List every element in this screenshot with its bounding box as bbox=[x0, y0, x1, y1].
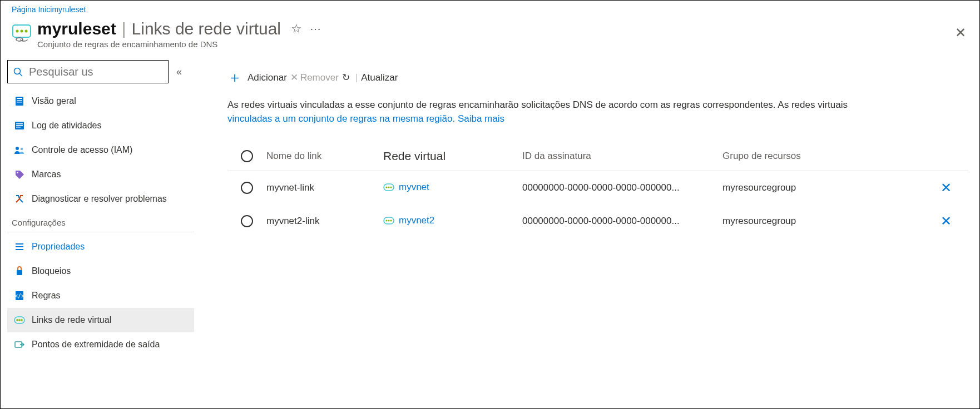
cell-link-name: myvnet-link bbox=[266, 182, 383, 193]
svg-point-2 bbox=[21, 30, 23, 33]
sidebar-item-label: Bloqueios bbox=[32, 266, 71, 276]
search-icon bbox=[13, 66, 23, 78]
row-select-radio[interactable] bbox=[241, 215, 253, 227]
svg-rect-19 bbox=[16, 249, 23, 250]
vnet-link[interactable]: myvnet bbox=[383, 182, 429, 193]
sidebar-item-locks[interactable]: Bloqueios bbox=[7, 259, 194, 283]
cell-subscription-id: 00000000-0000-0000-0000-000000... bbox=[522, 182, 722, 193]
svg-rect-12 bbox=[16, 125, 23, 126]
cell-subscription-id: 00000000-0000-0000-0000-000000... bbox=[522, 216, 722, 227]
svg-point-14 bbox=[16, 147, 19, 150]
svg-rect-7 bbox=[17, 98, 22, 99]
vnet-link-label: myvnet2 bbox=[399, 215, 434, 226]
cell-resource-group: myresourcegroup bbox=[722, 216, 862, 227]
table-header: Nome do link Rede virtual ID da assinatu… bbox=[227, 141, 968, 171]
sidebar-item-label: Log de atividades bbox=[32, 121, 101, 131]
learn-more-link[interactable]: vinculadas a um conjunto de regras na me… bbox=[227, 113, 504, 124]
sidebar-item-diagnose[interactable]: Diagnosticar e resolver problemas bbox=[7, 187, 194, 211]
sidebar-item-iam[interactable]: Controle de acesso (IAM) bbox=[7, 138, 194, 162]
command-bar: ＋ Adicionar ✕ Remover ↻ | Atualizar bbox=[227, 60, 968, 98]
breadcrumb-current[interactable]: myruleset bbox=[52, 5, 86, 14]
sidebar-item-vnet-links[interactable]: Links de rede virtual bbox=[7, 308, 194, 332]
sidebar-item-label: Pontos de extremidade de saída bbox=[32, 340, 160, 350]
vnet-icon bbox=[383, 183, 394, 191]
plus-icon: ＋ bbox=[227, 68, 242, 87]
vnet-links-table: Nome do link Rede virtual ID da assinatu… bbox=[227, 141, 968, 238]
sidebar-item-label: Diagnosticar e resolver problemas bbox=[32, 194, 167, 204]
page-title-section: Links de rede virtual bbox=[132, 19, 281, 38]
sidebar-item-properties[interactable]: Propriedades bbox=[7, 235, 194, 259]
col-header-link-name[interactable]: Nome do link bbox=[266, 151, 383, 162]
svg-line-5 bbox=[19, 73, 22, 76]
sidebar-item-outbound[interactable]: Pontos de extremidade de saída bbox=[7, 332, 194, 357]
vnet-link-label: myvnet bbox=[399, 182, 429, 193]
delete-row-icon[interactable]: ✕ bbox=[941, 213, 952, 229]
ruleset-icon bbox=[12, 23, 32, 43]
favorite-icon[interactable]: ☆ bbox=[291, 22, 302, 36]
svg-point-33 bbox=[385, 220, 387, 222]
sidebar-item-label: Regras bbox=[32, 291, 61, 301]
sidebar-item-label: Links de rede virtual bbox=[32, 315, 111, 325]
svg-point-3 bbox=[25, 30, 28, 33]
sidebar-item-rules[interactable]: </> Regras bbox=[7, 283, 194, 308]
svg-point-34 bbox=[388, 220, 389, 222]
row-select-radio[interactable] bbox=[241, 182, 253, 194]
refresh-button-label: Atualizar bbox=[361, 72, 398, 83]
col-header-rg[interactable]: Grupo de recursos bbox=[722, 151, 862, 162]
main-content: ＋ Adicionar ✕ Remover ↻ | Atualizar As r… bbox=[194, 60, 979, 357]
remove-button[interactable]: ✕ Remover bbox=[290, 72, 339, 83]
svg-rect-11 bbox=[16, 123, 23, 124]
svg-point-15 bbox=[21, 148, 23, 150]
table-row: myvnet2-link myvnet2 00000000-0000-0000-… bbox=[227, 205, 968, 238]
svg-point-31 bbox=[390, 187, 392, 188]
sidebar-search[interactable] bbox=[7, 60, 169, 83]
sidebar-section-settings: Configurações bbox=[7, 211, 194, 232]
cell-resource-group: myresourcegroup bbox=[722, 182, 862, 193]
svg-point-1 bbox=[16, 30, 19, 33]
command-separator: | bbox=[355, 72, 358, 83]
sidebar-item-label: Controle de acesso (IAM) bbox=[32, 145, 132, 155]
delete-row-icon[interactable]: ✕ bbox=[941, 180, 952, 196]
svg-point-26 bbox=[21, 319, 23, 321]
refresh-button[interactable]: ↻ | Atualizar bbox=[342, 72, 398, 83]
activity-log-icon bbox=[12, 121, 27, 130]
close-icon[interactable]: ✕ bbox=[955, 25, 966, 41]
sidebar-item-label: Visão geral bbox=[32, 96, 76, 106]
page-subtitle: Conjunto de regras de encaminhamento de … bbox=[37, 39, 322, 49]
add-button-label: Adicionar bbox=[248, 72, 287, 83]
sidebar-item-label: Marcas bbox=[32, 169, 61, 179]
sidebar-item-activity[interactable]: Log de atividades bbox=[7, 113, 194, 138]
refresh-icon: ↻ bbox=[342, 72, 350, 83]
rules-icon: </> bbox=[12, 291, 27, 301]
table-row: myvnet-link myvnet 00000000-0000-0000-00… bbox=[227, 171, 968, 205]
svg-rect-9 bbox=[17, 102, 22, 103]
col-header-vnet[interactable]: Rede virtual bbox=[383, 149, 522, 163]
breadcrumb-home[interactable]: Página Inici bbox=[12, 5, 52, 14]
description-text: As redes virtuais vinculadas a esse conj… bbox=[227, 98, 968, 126]
more-icon[interactable]: ⋯ bbox=[310, 22, 322, 36]
svg-text:</>: </> bbox=[15, 293, 24, 299]
vnet-icon bbox=[383, 217, 394, 225]
svg-rect-17 bbox=[16, 243, 23, 245]
svg-point-35 bbox=[390, 220, 392, 222]
select-all-radio[interactable] bbox=[241, 150, 253, 162]
tags-icon bbox=[12, 169, 27, 179]
sidebar-item-overview[interactable]: Visão geral bbox=[7, 89, 194, 113]
overview-icon bbox=[12, 96, 27, 106]
sidebar: « Visão geral Log de atividades Controle… bbox=[1, 60, 194, 357]
diagnose-icon bbox=[12, 194, 27, 204]
svg-point-24 bbox=[16, 319, 18, 321]
breadcrumb: Página Inicimyruleset bbox=[1, 1, 979, 14]
svg-point-30 bbox=[388, 187, 389, 188]
svg-point-29 bbox=[385, 187, 387, 188]
vnet-link[interactable]: myvnet2 bbox=[383, 215, 434, 226]
add-button[interactable]: ＋ Adicionar bbox=[227, 68, 287, 87]
sidebar-item-tags[interactable]: Marcas bbox=[7, 162, 194, 187]
col-header-sub-id[interactable]: ID da assinatura bbox=[522, 151, 722, 162]
properties-icon bbox=[12, 242, 27, 251]
svg-rect-13 bbox=[16, 127, 21, 128]
svg-rect-18 bbox=[16, 246, 23, 247]
title-separator: | bbox=[122, 19, 126, 38]
search-input[interactable] bbox=[29, 66, 162, 78]
collapse-sidebar-icon[interactable]: « bbox=[176, 66, 182, 78]
